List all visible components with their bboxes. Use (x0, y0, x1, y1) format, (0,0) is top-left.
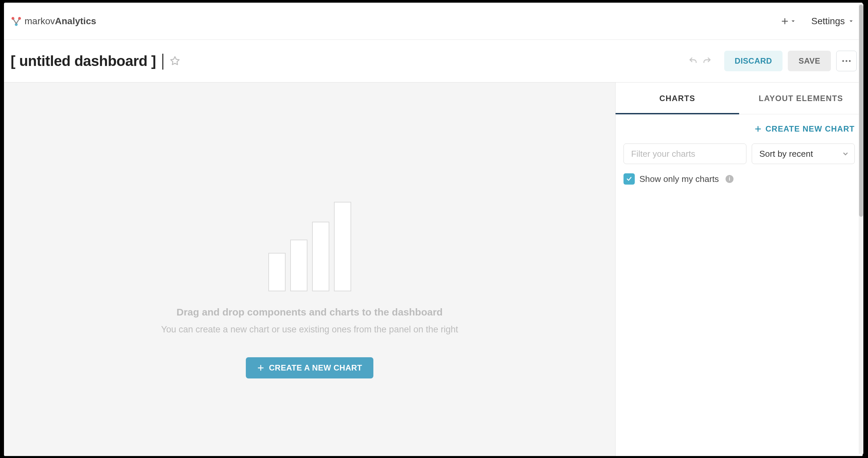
brand-logo-icon (10, 16, 22, 27)
bar-chart-icon (312, 222, 329, 291)
brand[interactable]: markovAnalytics (10, 16, 96, 27)
create-chart-button[interactable]: CREATE A NEW CHART (246, 357, 373, 378)
info-icon[interactable]: i (725, 175, 734, 183)
svg-point-4 (845, 60, 847, 62)
ellipsis-icon (841, 59, 851, 63)
undo-icon[interactable] (688, 56, 698, 66)
sort-select-label: Sort by recent (760, 149, 813, 159)
filter-charts-input[interactable] (623, 144, 746, 164)
create-new-chart-link[interactable]: CREATE NEW CHART (754, 124, 855, 133)
brand-text-bold: Analytics (55, 16, 96, 26)
editor-toolbar: [ untitled dashboard ] DISCARD (4, 40, 863, 83)
brand-text: markovAnalytics (25, 16, 96, 27)
dashboard-title-input[interactable]: [ untitled dashboard ] (10, 53, 156, 69)
scrollbar-thumb[interactable] (859, 5, 863, 217)
app-frame: markovAnalytics Settings (4, 3, 863, 456)
plus-icon (257, 364, 265, 371)
bar-chart-icon (268, 253, 286, 291)
caret-down-icon (791, 19, 796, 24)
svg-point-5 (849, 60, 850, 62)
empty-state-graphic (268, 202, 351, 291)
chevron-down-icon (842, 151, 848, 157)
bar-chart-icon (334, 202, 351, 291)
star-icon[interactable] (169, 55, 181, 67)
dashboard-canvas[interactable]: Drag and drop components and charts to t… (4, 83, 616, 456)
settings-label: Settings (811, 16, 845, 27)
new-menu[interactable] (781, 17, 796, 25)
create-new-chart-label: CREATE NEW CHART (766, 124, 855, 133)
brand-text-light: markov (25, 16, 55, 26)
check-icon (626, 176, 632, 182)
redo-icon[interactable] (702, 56, 712, 66)
create-chart-label: CREATE A NEW CHART (269, 363, 362, 372)
sort-select[interactable]: Sort by recent (752, 144, 855, 164)
workspace: Drag and drop components and charts to t… (4, 83, 863, 456)
caret-down-icon (849, 19, 854, 24)
page-scrollbar[interactable] (859, 4, 863, 454)
tab-layout-elements[interactable]: LAYOUT ELEMENTS (739, 83, 863, 114)
empty-state-title: Drag and drop components and charts to t… (177, 307, 443, 318)
plus-icon (754, 125, 762, 132)
bar-chart-icon (290, 240, 307, 291)
more-actions-button[interactable] (836, 51, 857, 71)
discard-button[interactable]: DISCARD (724, 51, 783, 71)
settings-menu[interactable]: Settings (811, 16, 854, 27)
tab-charts[interactable]: CHARTS (616, 83, 739, 114)
top-navbar: markovAnalytics Settings (4, 3, 863, 40)
show-only-my-charts-checkbox[interactable] (623, 173, 635, 185)
empty-state-subtitle: You can create a new chart or use existi… (161, 325, 458, 335)
text-caret (162, 54, 163, 70)
side-panel-tabs: CHARTS LAYOUT ELEMENTS (616, 83, 863, 114)
svg-point-3 (842, 60, 844, 62)
show-only-my-charts-label: Show only my charts (640, 174, 719, 184)
save-button[interactable]: SAVE (788, 51, 831, 71)
side-panel: CHARTS LAYOUT ELEMENTS CREATE NEW CHART … (616, 83, 863, 456)
plus-icon (781, 17, 789, 25)
